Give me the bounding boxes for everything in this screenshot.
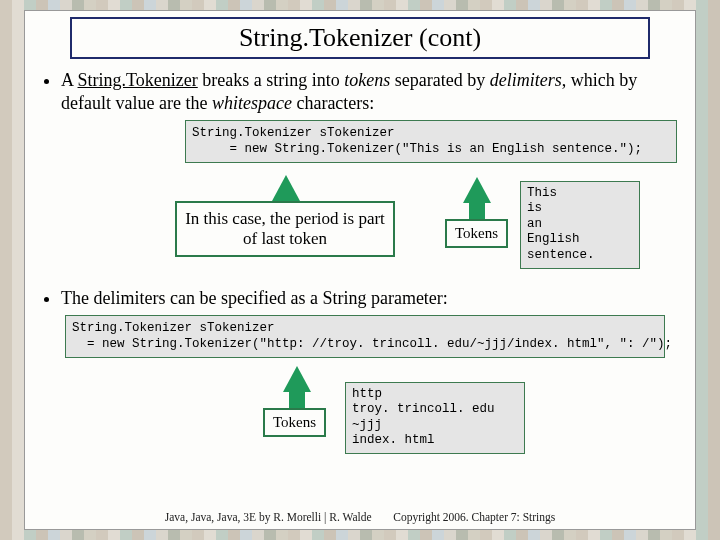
code-block-2: String.Tokenizer sTokenizer = new String… bbox=[65, 315, 665, 358]
slide-title: String.Tokenizer (cont) bbox=[70, 17, 650, 59]
arrow-up-icon bbox=[463, 177, 491, 203]
bullet-list-2: The delimiters can be specified as a Str… bbox=[61, 287, 667, 310]
row-1: In this case, the period is part of last… bbox=[25, 171, 695, 281]
term-delimiters: delimiters bbox=[490, 70, 562, 90]
term-tokens: tokens bbox=[344, 70, 390, 90]
slide-body: String.Tokenizer (cont) A String.Tokeniz… bbox=[24, 10, 696, 530]
footer-right: Copyright 2006. Chapter 7: Strings bbox=[393, 511, 555, 523]
arrow-stem bbox=[469, 201, 485, 221]
slide-footer: Java, Java, Java, 3E by R. Morelli | R. … bbox=[25, 511, 695, 523]
bullet-list: A String.Tokenizer breaks a string into … bbox=[61, 69, 667, 114]
text: breaks a string into bbox=[198, 70, 344, 90]
text: A bbox=[61, 70, 78, 90]
arrow-up-icon bbox=[283, 366, 311, 392]
text: parameter: bbox=[366, 288, 447, 308]
arrow-up-icon bbox=[272, 175, 300, 201]
text: The delimiters can be specified as a bbox=[61, 288, 322, 308]
footer-left: Java, Java, Java, 3E by R. Morelli | R. … bbox=[165, 511, 372, 523]
text: characters: bbox=[292, 93, 374, 113]
code-block-1: String.Tokenizer sTokenizer = new String… bbox=[185, 120, 677, 163]
text: separated by bbox=[390, 70, 489, 90]
tokens-label: Tokens bbox=[263, 408, 326, 437]
class-name: String.Tokenizer bbox=[78, 70, 198, 90]
row-2: Tokens http troy. trincoll. edu ~jjj ind… bbox=[25, 364, 695, 464]
bullet-1: A String.Tokenizer breaks a string into … bbox=[61, 69, 667, 114]
term-whitespace: whitespace bbox=[212, 93, 292, 113]
arrow-stem bbox=[289, 390, 305, 410]
tokens-label: Tokens bbox=[445, 219, 508, 248]
tokens-output-1: This is an English sentence. bbox=[520, 181, 640, 269]
class-name-string: String bbox=[322, 288, 366, 308]
bullet-2: The delimiters can be specified as a Str… bbox=[61, 287, 667, 310]
caption-period-note: In this case, the period is part of last… bbox=[175, 201, 395, 257]
tokens-output-2: http troy. trincoll. edu ~jjj index. htm… bbox=[345, 382, 525, 455]
